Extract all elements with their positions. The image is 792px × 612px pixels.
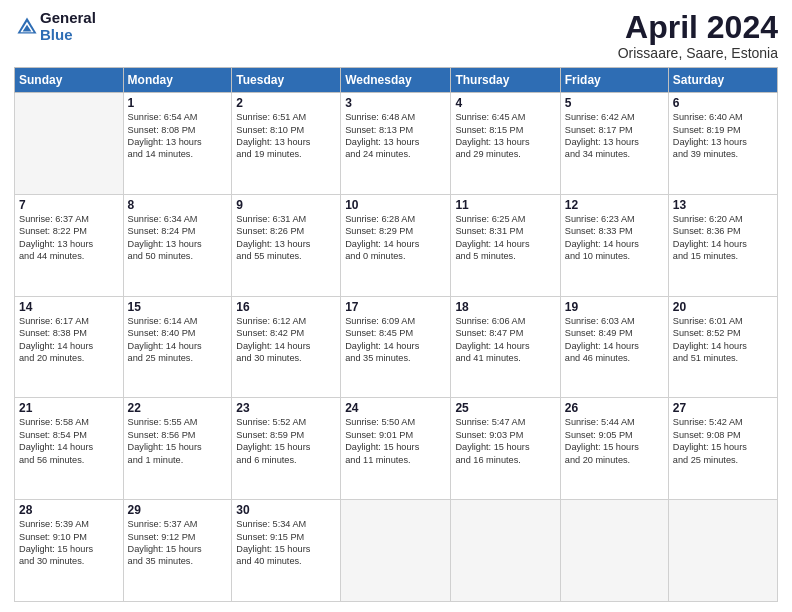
day-number: 20: [673, 300, 773, 314]
day-info: Sunrise: 5:34 AMSunset: 9:15 PMDaylight:…: [236, 518, 336, 568]
calendar-cell: 27Sunrise: 5:42 AMSunset: 9:08 PMDayligh…: [668, 398, 777, 500]
day-info: Sunrise: 5:47 AMSunset: 9:03 PMDaylight:…: [455, 416, 555, 466]
day-info: Sunrise: 6:51 AMSunset: 8:10 PMDaylight:…: [236, 111, 336, 161]
day-info: Sunrise: 6:23 AMSunset: 8:33 PMDaylight:…: [565, 213, 664, 263]
page: General Blue April 2024 Orissaare, Saare…: [0, 0, 792, 612]
weekday-header: Sunday: [15, 68, 124, 93]
day-number: 1: [128, 96, 228, 110]
calendar-cell: 4Sunrise: 6:45 AMSunset: 8:15 PMDaylight…: [451, 93, 560, 195]
logo-general: General: [40, 10, 96, 27]
day-number: 29: [128, 503, 228, 517]
calendar-cell: 12Sunrise: 6:23 AMSunset: 8:33 PMDayligh…: [560, 194, 668, 296]
day-info: Sunrise: 6:12 AMSunset: 8:42 PMDaylight:…: [236, 315, 336, 365]
day-info: Sunrise: 6:17 AMSunset: 8:38 PMDaylight:…: [19, 315, 119, 365]
day-info: Sunrise: 5:52 AMSunset: 8:59 PMDaylight:…: [236, 416, 336, 466]
day-number: 6: [673, 96, 773, 110]
day-info: Sunrise: 6:31 AMSunset: 8:26 PMDaylight:…: [236, 213, 336, 263]
day-info: Sunrise: 6:20 AMSunset: 8:36 PMDaylight:…: [673, 213, 773, 263]
calendar-cell: 6Sunrise: 6:40 AMSunset: 8:19 PMDaylight…: [668, 93, 777, 195]
day-info: Sunrise: 6:28 AMSunset: 8:29 PMDaylight:…: [345, 213, 446, 263]
day-info: Sunrise: 6:01 AMSunset: 8:52 PMDaylight:…: [673, 315, 773, 365]
calendar-week-row: 28Sunrise: 5:39 AMSunset: 9:10 PMDayligh…: [15, 500, 778, 602]
weekday-header: Monday: [123, 68, 232, 93]
day-number: 12: [565, 198, 664, 212]
calendar-cell: 9Sunrise: 6:31 AMSunset: 8:26 PMDaylight…: [232, 194, 341, 296]
day-number: 14: [19, 300, 119, 314]
calendar-cell: 30Sunrise: 5:34 AMSunset: 9:15 PMDayligh…: [232, 500, 341, 602]
day-number: 19: [565, 300, 664, 314]
day-number: 27: [673, 401, 773, 415]
logo-icon: [16, 16, 38, 38]
day-number: 8: [128, 198, 228, 212]
day-number: 18: [455, 300, 555, 314]
weekday-header: Saturday: [668, 68, 777, 93]
subtitle: Orissaare, Saare, Estonia: [618, 45, 778, 61]
calendar-cell: 29Sunrise: 5:37 AMSunset: 9:12 PMDayligh…: [123, 500, 232, 602]
day-info: Sunrise: 5:44 AMSunset: 9:05 PMDaylight:…: [565, 416, 664, 466]
day-number: 13: [673, 198, 773, 212]
day-number: 25: [455, 401, 555, 415]
calendar-cell: 13Sunrise: 6:20 AMSunset: 8:36 PMDayligh…: [668, 194, 777, 296]
calendar-cell: 23Sunrise: 5:52 AMSunset: 8:59 PMDayligh…: [232, 398, 341, 500]
day-info: Sunrise: 6:42 AMSunset: 8:17 PMDaylight:…: [565, 111, 664, 161]
logo-text: General Blue: [40, 10, 96, 43]
day-info: Sunrise: 6:34 AMSunset: 8:24 PMDaylight:…: [128, 213, 228, 263]
day-number: 5: [565, 96, 664, 110]
day-info: Sunrise: 5:50 AMSunset: 9:01 PMDaylight:…: [345, 416, 446, 466]
calendar-cell: 18Sunrise: 6:06 AMSunset: 8:47 PMDayligh…: [451, 296, 560, 398]
day-number: 21: [19, 401, 119, 415]
calendar-cell: 5Sunrise: 6:42 AMSunset: 8:17 PMDaylight…: [560, 93, 668, 195]
calendar-cell: [668, 500, 777, 602]
calendar-cell: 10Sunrise: 6:28 AMSunset: 8:29 PMDayligh…: [341, 194, 451, 296]
day-number: 16: [236, 300, 336, 314]
day-info: Sunrise: 6:45 AMSunset: 8:15 PMDaylight:…: [455, 111, 555, 161]
day-number: 7: [19, 198, 119, 212]
calendar-table: SundayMondayTuesdayWednesdayThursdayFrid…: [14, 67, 778, 602]
day-number: 4: [455, 96, 555, 110]
calendar-cell: 7Sunrise: 6:37 AMSunset: 8:22 PMDaylight…: [15, 194, 124, 296]
calendar-cell: 2Sunrise: 6:51 AMSunset: 8:10 PMDaylight…: [232, 93, 341, 195]
day-info: Sunrise: 6:06 AMSunset: 8:47 PMDaylight:…: [455, 315, 555, 365]
calendar-cell: [341, 500, 451, 602]
calendar-week-row: 21Sunrise: 5:58 AMSunset: 8:54 PMDayligh…: [15, 398, 778, 500]
main-title: April 2024: [618, 10, 778, 45]
weekday-header: Thursday: [451, 68, 560, 93]
day-info: Sunrise: 5:39 AMSunset: 9:10 PMDaylight:…: [19, 518, 119, 568]
calendar-cell: 24Sunrise: 5:50 AMSunset: 9:01 PMDayligh…: [341, 398, 451, 500]
calendar-cell: 8Sunrise: 6:34 AMSunset: 8:24 PMDaylight…: [123, 194, 232, 296]
calendar-cell: 14Sunrise: 6:17 AMSunset: 8:38 PMDayligh…: [15, 296, 124, 398]
day-number: 26: [565, 401, 664, 415]
day-number: 9: [236, 198, 336, 212]
calendar-cell: 19Sunrise: 6:03 AMSunset: 8:49 PMDayligh…: [560, 296, 668, 398]
day-number: 2: [236, 96, 336, 110]
weekday-header: Friday: [560, 68, 668, 93]
weekday-header: Wednesday: [341, 68, 451, 93]
calendar-cell: 16Sunrise: 6:12 AMSunset: 8:42 PMDayligh…: [232, 296, 341, 398]
day-info: Sunrise: 5:42 AMSunset: 9:08 PMDaylight:…: [673, 416, 773, 466]
day-number: 3: [345, 96, 446, 110]
day-number: 28: [19, 503, 119, 517]
day-info: Sunrise: 6:25 AMSunset: 8:31 PMDaylight:…: [455, 213, 555, 263]
day-info: Sunrise: 5:58 AMSunset: 8:54 PMDaylight:…: [19, 416, 119, 466]
day-info: Sunrise: 6:37 AMSunset: 8:22 PMDaylight:…: [19, 213, 119, 263]
calendar-week-row: 7Sunrise: 6:37 AMSunset: 8:22 PMDaylight…: [15, 194, 778, 296]
day-info: Sunrise: 6:03 AMSunset: 8:49 PMDaylight:…: [565, 315, 664, 365]
header: General Blue April 2024 Orissaare, Saare…: [14, 10, 778, 61]
day-number: 10: [345, 198, 446, 212]
calendar-cell: 25Sunrise: 5:47 AMSunset: 9:03 PMDayligh…: [451, 398, 560, 500]
calendar-cell: [451, 500, 560, 602]
day-info: Sunrise: 6:09 AMSunset: 8:45 PMDaylight:…: [345, 315, 446, 365]
calendar-cell: 20Sunrise: 6:01 AMSunset: 8:52 PMDayligh…: [668, 296, 777, 398]
calendar-cell: 15Sunrise: 6:14 AMSunset: 8:40 PMDayligh…: [123, 296, 232, 398]
calendar-week-row: 1Sunrise: 6:54 AMSunset: 8:08 PMDaylight…: [15, 93, 778, 195]
day-number: 15: [128, 300, 228, 314]
day-number: 23: [236, 401, 336, 415]
day-info: Sunrise: 6:48 AMSunset: 8:13 PMDaylight:…: [345, 111, 446, 161]
day-info: Sunrise: 6:54 AMSunset: 8:08 PMDaylight:…: [128, 111, 228, 161]
day-number: 22: [128, 401, 228, 415]
logo: General Blue: [14, 10, 96, 43]
day-info: Sunrise: 6:40 AMSunset: 8:19 PMDaylight:…: [673, 111, 773, 161]
calendar-cell: 11Sunrise: 6:25 AMSunset: 8:31 PMDayligh…: [451, 194, 560, 296]
title-area: April 2024 Orissaare, Saare, Estonia: [618, 10, 778, 61]
day-number: 30: [236, 503, 336, 517]
